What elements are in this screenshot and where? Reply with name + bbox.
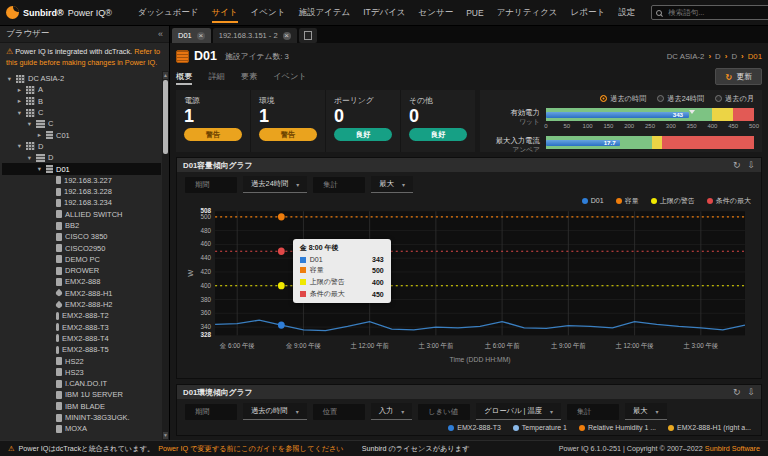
- close-icon[interactable]: ×: [283, 32, 291, 40]
- legend-item-[interactable]: 上限の警告: [651, 196, 695, 206]
- chevron-open-icon[interactable]: ▾: [16, 142, 23, 150]
- nav-item-[interactable]: サイト: [212, 0, 238, 25]
- legend-item-[interactable]: 条件の最大: [707, 196, 751, 206]
- tree-item-hs22[interactable]: HS22: [2, 355, 161, 366]
- nav-item-[interactable]: ダッシュボード: [138, 0, 199, 25]
- tab-[interactable]: イベント: [273, 71, 307, 85]
- tree-item-ibm-blade[interactable]: IBM BLADE: [2, 401, 161, 412]
- chevron-closed-icon[interactable]: ▸: [16, 86, 23, 94]
- tab-[interactable]: 要素: [241, 71, 257, 85]
- period-radio-[interactable]: 過去の月: [715, 94, 754, 104]
- window-tab-d01[interactable]: D01×: [172, 28, 211, 43]
- breadcrumb-item-d[interactable]: D: [731, 52, 737, 61]
- tree-item-emx2-888-h1[interactable]: EMX2-888-H1: [2, 288, 161, 299]
- tree-item-192-168-3-234[interactable]: 192.168.3.234: [2, 197, 161, 208]
- nav-item-[interactable]: 施設アイテム: [298, 0, 350, 25]
- tree-item-moxa[interactable]: MOXA: [2, 423, 161, 434]
- nav-item-[interactable]: レポート: [571, 0, 606, 25]
- chevron-open-icon[interactable]: ▾: [16, 109, 23, 117]
- legend-item-relative-humidity-1[interactable]: Relative Humidity 1 ...: [579, 424, 656, 431]
- tree-item-emx2-888-h2[interactable]: EMX2-888-H2: [2, 299, 161, 310]
- chevron-closed-icon[interactable]: ▸: [16, 97, 23, 105]
- legend-item-[interactable]: 容量: [616, 196, 639, 206]
- chevron-open-icon[interactable]: ▾: [26, 154, 33, 162]
- window-tab-192-168-3-151-2[interactable]: 192.168.3.151 - 2×: [213, 28, 297, 43]
- control-select-[interactable]: 最大▾: [625, 403, 667, 420]
- scrollbar-thumb[interactable]: [163, 80, 168, 154]
- close-icon[interactable]: ×: [197, 32, 205, 40]
- period-radio-[interactable]: 過去の時間: [600, 94, 646, 104]
- tree-scrollbar[interactable]: ▲ ▼: [162, 71, 169, 440]
- chevron-open-icon[interactable]: ▾: [36, 165, 43, 173]
- legend-item-emx2-888-h1-right-a[interactable]: EMX2-888-H1 (right a...: [668, 424, 751, 431]
- tree-item-192-168-3-228[interactable]: 192.168.3.228: [2, 186, 161, 197]
- duplicate-tab-button[interactable]: [299, 28, 317, 43]
- tree-item-i-can-do-it[interactable]: I.CAN.DO.IT: [2, 378, 161, 389]
- tree-item-d[interactable]: ▾D: [2, 152, 161, 163]
- tree-item-b[interactable]: ▸B: [2, 96, 161, 107]
- nav-item-[interactable]: イベント: [251, 0, 286, 25]
- legend-item-emx2-888-t3[interactable]: EMX2-888-T3: [448, 424, 501, 431]
- breadcrumb-item-dc-asia-2[interactable]: DC ASIA-2: [667, 52, 705, 61]
- footer-company-link[interactable]: Sunbird Software: [705, 444, 760, 453]
- rack-icon: [176, 50, 189, 63]
- nav-item-[interactable]: センサー: [419, 0, 454, 25]
- tree-item-d01[interactable]: ▾D01: [2, 163, 161, 174]
- scroll-up-icon[interactable]: ▲: [163, 72, 168, 79]
- capacity-chart[interactable]: 508500480460440420400380360340328W金 6:00…: [185, 207, 753, 376]
- tree-item-emx2-888-t2[interactable]: EMX2-888-T2: [2, 310, 161, 321]
- legend-item-temperature-1[interactable]: Temperature 1: [513, 424, 567, 431]
- nav-item-pue[interactable]: PUE: [466, 0, 483, 25]
- tree-item-cisco-3850[interactable]: CISCO 3850: [2, 231, 161, 242]
- nav-item-[interactable]: アナリティクス: [497, 0, 558, 25]
- refresh-chart-icon[interactable]: ↻: [733, 388, 741, 397]
- legend-item-d01[interactable]: D01: [582, 197, 604, 204]
- breadcrumb-item-d[interactable]: D: [715, 52, 721, 61]
- download-chart-icon[interactable]: ⇩: [747, 161, 755, 170]
- tree-item-dc-asia-2[interactable]: ▾DC ASIA-2: [2, 73, 161, 84]
- tree-item-allied-switch[interactable]: ALLIED SWITCH: [2, 209, 161, 220]
- download-chart-icon[interactable]: ⇩: [747, 388, 755, 397]
- control-select-[interactable]: グローバル | 温度▾: [476, 403, 561, 420]
- tree-item-emx2-888-t3[interactable]: EMX2-888-T3: [2, 322, 161, 333]
- tree-item-cisco2950[interactable]: CISCO2950: [2, 242, 161, 253]
- tree-item-d[interactable]: ▾D: [2, 141, 161, 152]
- gauge-tick-label: 250: [645, 123, 655, 129]
- refresh-chart-icon[interactable]: ↻: [733, 161, 741, 170]
- search-input[interactable]: [666, 7, 768, 18]
- chevron-closed-icon[interactable]: ▸: [36, 131, 43, 139]
- collapse-sidebar-icon[interactable]: «: [158, 29, 163, 39]
- tab-[interactable]: 詳細: [208, 71, 224, 85]
- tree-item-a[interactable]: ▸A: [2, 84, 161, 95]
- y-tick-label: 500: [201, 213, 212, 220]
- tree-item-emx2-888-t4[interactable]: EMX2-888-T4: [2, 333, 161, 344]
- tree-item-ibm-1u-server[interactable]: IBM 1U SERVER: [2, 389, 161, 400]
- tree-item-c[interactable]: ▾C: [2, 107, 161, 118]
- tree-item-demo-pc[interactable]: DEMO PC: [2, 254, 161, 265]
- tab-[interactable]: 概要: [176, 71, 192, 85]
- control-select-[interactable]: 過去の時間▾: [243, 403, 307, 420]
- tree-item-hs23[interactable]: HS23: [2, 367, 161, 378]
- tree-item-emx2-888-t5[interactable]: EMX2-888-T5: [2, 344, 161, 355]
- tree-item-c01[interactable]: ▸C01: [2, 129, 161, 140]
- nav-item-[interactable]: 設定: [618, 0, 635, 25]
- tree-item-drower[interactable]: DROWER: [2, 265, 161, 276]
- search-box[interactable]: [651, 5, 768, 20]
- chevron-open-icon[interactable]: ▾: [26, 120, 33, 128]
- tree-item-emx2-888[interactable]: EMX2-888: [2, 276, 161, 287]
- refresh-button[interactable]: ↻ 更新: [715, 68, 762, 85]
- chevron-open-icon[interactable]: ▾: [6, 75, 13, 83]
- tree-item-c[interactable]: ▾C: [2, 118, 161, 129]
- scroll-down-icon[interactable]: ▼: [163, 432, 168, 439]
- tree-item-bb2[interactable]: BB2: [2, 220, 161, 231]
- period-radio-24[interactable]: 過去24時間: [657, 94, 704, 104]
- control-select-[interactable]: 入力▾: [371, 403, 413, 420]
- footer-guide-link[interactable]: Power IQ で変更する前にこのガイドを参照してください: [158, 444, 344, 454]
- tree-item-192-168-3-227[interactable]: 192.168.3.227: [2, 175, 161, 186]
- gauge-labels: 最大入力電流アンペア: [484, 137, 540, 152]
- tree-item-minint-38g3ugk[interactable]: MININT-38G3UGK.: [2, 412, 161, 423]
- control-select-[interactable]: 最大▾: [371, 176, 413, 193]
- nav-item-it[interactable]: ITデバイス: [363, 0, 405, 25]
- control-select-[interactable]: 過去24時間▾: [243, 176, 307, 193]
- breadcrumb-item-d01[interactable]: D01: [748, 52, 762, 61]
